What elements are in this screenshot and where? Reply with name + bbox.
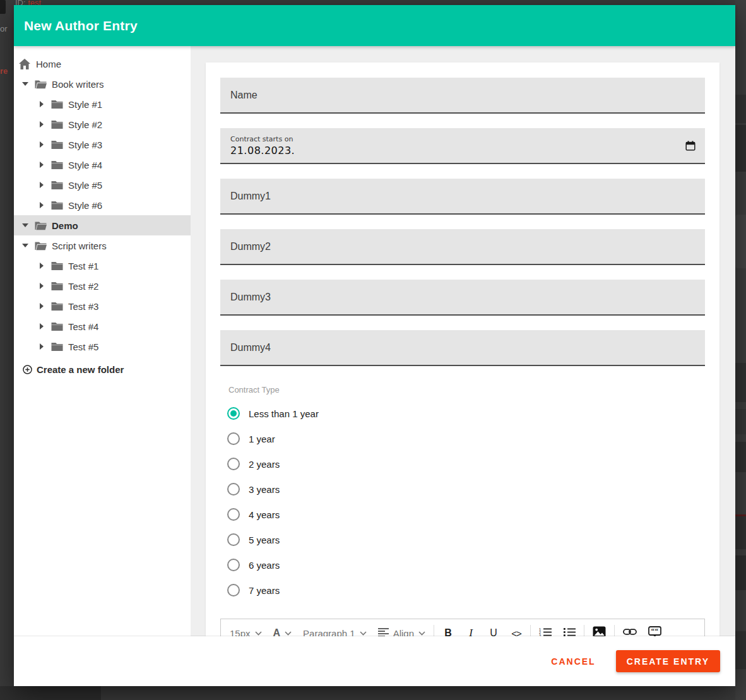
dummy-fields: Dummy1Dummy2Dummy3Dummy4 bbox=[220, 179, 705, 366]
expand-arrow-icon[interactable] bbox=[38, 101, 45, 107]
cancel-button[interactable]: CANCEL bbox=[545, 651, 601, 672]
expand-arrow-icon[interactable] bbox=[38, 283, 45, 289]
create-new-folder-button[interactable]: Create a new folder bbox=[14, 359, 191, 379]
radio-unselected-icon[interactable] bbox=[227, 584, 240, 596]
paragraph-style-value: Paragraph 1 bbox=[303, 628, 355, 637]
radio-unselected-icon[interactable] bbox=[227, 432, 240, 445]
sidebar-item-test-4[interactable]: Test #4 bbox=[14, 316, 191, 336]
sidebar-item-style-6[interactable]: Style #6 bbox=[14, 195, 191, 215]
folder-icon bbox=[51, 321, 63, 331]
folder-open-icon bbox=[35, 220, 47, 230]
radio-option-label: 5 years bbox=[249, 535, 280, 545]
sidebar-item-label: Test #1 bbox=[68, 261, 98, 271]
entry-form-card: Name Contract starts on 21.08.2023. bbox=[206, 62, 719, 636]
folder-tree-sidebar: Home Book writersStyle #1Style #2Style #… bbox=[14, 46, 191, 636]
folder-icon bbox=[51, 139, 63, 150]
collapse-arrow-icon[interactable] bbox=[22, 82, 28, 86]
radio-option-label: Less than 1 year bbox=[249, 408, 319, 419]
radio-option-label: 1 year bbox=[249, 434, 275, 444]
sidebar-item-label: Style #2 bbox=[68, 119, 102, 130]
radio-option-label: 3 years bbox=[249, 484, 280, 495]
collapse-arrow-icon[interactable] bbox=[22, 223, 28, 227]
chevron-down-icon bbox=[418, 631, 425, 636]
unordered-list-button[interactable] bbox=[563, 627, 576, 637]
sidebar-item-script-writers[interactable]: Script writers bbox=[14, 235, 191, 256]
dummy1-input[interactable]: Dummy1 bbox=[220, 179, 705, 215]
font-color-label: A bbox=[273, 627, 281, 636]
sidebar-item-label: Script writers bbox=[52, 240, 107, 251]
dummy4-input[interactable]: Dummy4 bbox=[220, 330, 705, 366]
ordered-list-button[interactable]: 123 bbox=[539, 627, 552, 637]
rich-text-editor[interactable]: 15px A Paragraph 1 bbox=[220, 619, 705, 636]
sidebar-item-style-2[interactable]: Style #2 bbox=[14, 114, 191, 134]
sidebar-item-test-5[interactable]: Test #5 bbox=[14, 336, 191, 357]
expand-arrow-icon[interactable] bbox=[38, 323, 45, 329]
expand-arrow-icon[interactable] bbox=[38, 141, 45, 148]
align-select[interactable]: Align bbox=[378, 628, 425, 637]
sidebar-item-label: Style #6 bbox=[68, 200, 102, 211]
expand-arrow-icon[interactable] bbox=[38, 121, 45, 128]
sidebar-item-label: Test #5 bbox=[68, 341, 98, 352]
contract-start-date-input[interactable]: Contract starts on 21.08.2023. bbox=[220, 128, 705, 164]
create-entry-button[interactable]: CREATE ENTRY bbox=[616, 650, 720, 672]
calendar-icon[interactable] bbox=[685, 141, 696, 151]
radio-option-3-years[interactable]: 3 years bbox=[220, 477, 705, 502]
font-size-select[interactable]: 15px bbox=[230, 628, 262, 637]
radio-option-label: 4 years bbox=[249, 509, 280, 520]
sidebar-item-demo[interactable]: Demo bbox=[14, 215, 191, 235]
underline-button[interactable]: U bbox=[488, 627, 499, 636]
radio-option-5-years[interactable]: 5 years bbox=[220, 527, 705, 552]
code-button[interactable]: <> bbox=[511, 628, 522, 637]
sidebar-item-test-2[interactable]: Test #2 bbox=[14, 276, 191, 296]
radio-unselected-icon[interactable] bbox=[227, 533, 240, 546]
background-button-fragment bbox=[0, 0, 6, 14]
radio-option-6-years[interactable]: 6 years bbox=[220, 552, 705, 578]
radio-option-2-years[interactable]: 2 years bbox=[220, 451, 705, 477]
sidebar-item-label: Book writers bbox=[52, 79, 104, 90]
folder-icon bbox=[51, 261, 63, 271]
sidebar-item-test-3[interactable]: Test #3 bbox=[14, 296, 191, 316]
sidebar-item-label: Test #4 bbox=[68, 321, 98, 332]
expand-arrow-icon[interactable] bbox=[38, 343, 45, 350]
radio-option-less-than-1-year[interactable]: Less than 1 year bbox=[220, 401, 705, 426]
radio-unselected-icon[interactable] bbox=[227, 559, 240, 571]
expand-arrow-icon[interactable] bbox=[38, 263, 45, 269]
background-table-strip bbox=[735, 0, 746, 700]
dummy2-input[interactable]: Dummy2 bbox=[220, 229, 705, 265]
insert-link-button[interactable] bbox=[623, 627, 637, 636]
radio-unselected-icon[interactable] bbox=[227, 508, 240, 521]
italic-button[interactable]: I bbox=[465, 627, 477, 636]
blockquote-button[interactable]: ““ bbox=[648, 626, 661, 637]
background-link-fragment: re bbox=[0, 66, 8, 76]
expand-arrow-icon[interactable] bbox=[38, 162, 45, 168]
field-placeholder: Dummy1 bbox=[230, 191, 271, 202]
radio-unselected-icon[interactable] bbox=[227, 483, 240, 495]
sidebar-item-style-3[interactable]: Style #3 bbox=[14, 134, 191, 155]
insert-image-button[interactable] bbox=[593, 626, 606, 636]
contract-type-label: Contract Type bbox=[228, 385, 705, 394]
sidebar-item-label: Home bbox=[36, 59, 61, 69]
chevron-down-icon bbox=[255, 631, 262, 636]
dummy3-input[interactable]: Dummy3 bbox=[220, 280, 705, 316]
radio-option-4-years[interactable]: 4 years bbox=[220, 502, 705, 527]
expand-arrow-icon[interactable] bbox=[38, 182, 45, 188]
sidebar-item-label: Demo bbox=[52, 220, 78, 231]
date-field-value: 21.08.2023. bbox=[230, 145, 295, 157]
radio-selected-icon[interactable] bbox=[227, 407, 240, 420]
radio-option-7-years[interactable]: 7 years bbox=[220, 578, 705, 603]
name-input[interactable]: Name bbox=[220, 78, 705, 114]
bold-button[interactable]: B bbox=[442, 627, 454, 636]
collapse-arrow-icon[interactable] bbox=[22, 244, 28, 247]
sidebar-item-book-writers[interactable]: Book writers bbox=[14, 74, 191, 94]
sidebar-item-test-1[interactable]: Test #1 bbox=[14, 256, 191, 276]
expand-arrow-icon[interactable] bbox=[38, 202, 45, 208]
sidebar-item-home[interactable]: Home bbox=[14, 54, 191, 74]
font-color-select[interactable]: A bbox=[273, 627, 292, 636]
sidebar-item-style-5[interactable]: Style #5 bbox=[14, 175, 191, 195]
radio-option-1-year[interactable]: 1 year bbox=[220, 426, 705, 451]
sidebar-item-style-4[interactable]: Style #4 bbox=[14, 155, 191, 175]
paragraph-style-select[interactable]: Paragraph 1 bbox=[303, 628, 367, 637]
sidebar-item-style-1[interactable]: Style #1 bbox=[14, 94, 191, 114]
expand-arrow-icon[interactable] bbox=[38, 303, 45, 309]
radio-unselected-icon[interactable] bbox=[227, 458, 240, 470]
